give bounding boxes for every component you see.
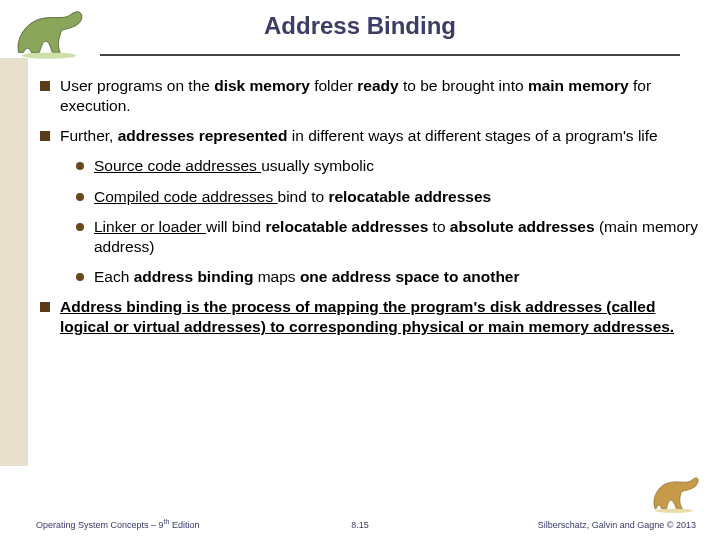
- text-bold: one address space to another: [300, 268, 520, 285]
- footer: Operating System Concepts – 9th Edition …: [0, 510, 720, 540]
- round-bullet-icon: [76, 273, 84, 281]
- round-bullet-icon: [76, 193, 84, 201]
- text-bold: absolute addresses: [450, 218, 595, 235]
- text-underline-bold: Address binding is the process of mappin…: [60, 298, 674, 335]
- text-bold: address binding: [134, 268, 254, 285]
- dinosaur-bottom-illustration: [646, 472, 702, 514]
- text-bold: addresses represented: [118, 127, 288, 144]
- text: in different ways at different stages of…: [287, 127, 657, 144]
- text: to: [428, 218, 450, 235]
- bullet-3: Address binding is the process of mappin…: [40, 297, 700, 337]
- dinosaur-top-illustration: [6, 6, 92, 62]
- bullet-2b: Compiled code addresses bind to relocata…: [76, 187, 700, 207]
- text: Further,: [60, 127, 118, 144]
- content-area: User programs on the disk memory folder …: [40, 70, 700, 347]
- text: usually symbolic: [261, 157, 374, 174]
- text: Edition: [169, 520, 199, 530]
- round-bullet-icon: [76, 223, 84, 231]
- text-bold: relocatable addresses: [265, 218, 428, 235]
- footer-right: Silberschatz, Galvin and Gagne © 2013: [538, 520, 696, 530]
- text-underline: Linker or loader: [94, 218, 206, 235]
- square-bullet-icon: [40, 131, 50, 141]
- text-bold: disk memory: [214, 77, 310, 94]
- bullet-2d: Each address binding maps one address sp…: [76, 267, 700, 287]
- text: User programs on the: [60, 77, 214, 94]
- text: Each: [94, 268, 134, 285]
- square-bullet-icon: [40, 81, 50, 91]
- text-underline: Compiled code addresses: [94, 188, 278, 205]
- bullet-2a: Source code addresses usually symbolic: [76, 156, 700, 176]
- round-bullet-icon: [76, 162, 84, 170]
- bullet-2: Further, addresses represented in differ…: [40, 126, 700, 146]
- text-bold: ready: [357, 77, 398, 94]
- bullet-2c: Linker or loader will bind relocatable a…: [76, 217, 700, 257]
- text: to be brought into: [399, 77, 528, 94]
- text: maps: [253, 268, 300, 285]
- text: bind to: [278, 188, 325, 205]
- text-underline: Source code addresses: [94, 157, 261, 174]
- text: Operating System Concepts – 9: [36, 520, 164, 530]
- footer-page-number: 8.15: [351, 520, 369, 530]
- square-bullet-icon: [40, 302, 50, 312]
- sidebar-band: [0, 58, 28, 466]
- text-bold: main memory: [528, 77, 629, 94]
- text-bold: relocatable addresses: [324, 188, 491, 205]
- title-rule: [100, 54, 680, 56]
- svg-point-0: [22, 52, 76, 58]
- slide-title: Address Binding: [0, 0, 720, 40]
- footer-left: Operating System Concepts – 9th Edition: [36, 518, 199, 530]
- text: will bind: [206, 218, 265, 235]
- text: folder: [310, 77, 357, 94]
- bullet-1: User programs on the disk memory folder …: [40, 76, 700, 116]
